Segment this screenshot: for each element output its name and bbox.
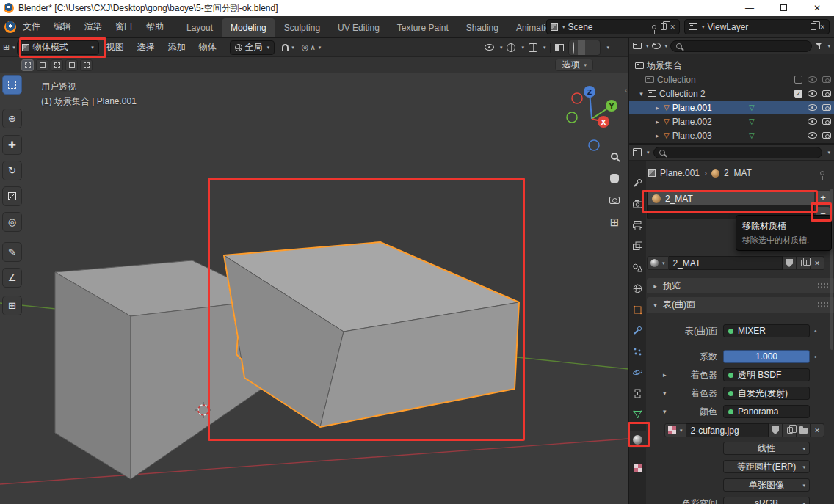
row-collection-2[interactable]: ▾ Collection 2 ✓: [629, 87, 834, 101]
tool-add-primitive[interactable]: ⊞: [2, 296, 22, 315]
new-scene-icon[interactable]: [661, 23, 667, 30]
disable-render-icon[interactable]: [822, 118, 831, 125]
tab-texture-paint[interactable]: Texture Paint: [388, 18, 457, 38]
unlink-material-button[interactable]: ✕: [811, 256, 824, 270]
overlays-dropdown-icon[interactable]: [529, 43, 537, 52]
viewlayer-selector[interactable]: ▾ ViewLayer ✕: [684, 19, 830, 34]
colorspace-dropdown[interactable]: sRGB▾: [723, 497, 810, 504]
browse-material-button[interactable]: ▾: [647, 256, 669, 270]
shading-solid-button[interactable]: [578, 40, 585, 55]
select-mode-difference-button[interactable]: [65, 59, 78, 71]
tool-annotate[interactable]: ✎: [2, 242, 22, 262]
select-mode-subtract-button[interactable]: [51, 59, 63, 71]
disable-render-icon[interactable]: [822, 90, 831, 97]
decorator-dot[interactable]: •: [814, 327, 817, 335]
hide-eye-icon[interactable]: [808, 90, 817, 97]
editor-type-chevron[interactable]: ▾: [12, 45, 15, 50]
snap-magnet-icon[interactable]: [282, 44, 289, 51]
shader-1-button[interactable]: 透明 BSDF: [723, 368, 810, 381]
select-mode-set-button[interactable]: [21, 59, 34, 71]
snap-chevron[interactable]: ▾: [291, 45, 294, 50]
interpolation-dropdown[interactable]: 线性▾: [723, 442, 810, 455]
surface-shader-button[interactable]: MIXER: [723, 324, 810, 337]
breadcrumb-material[interactable]: 2_MAT: [724, 168, 752, 178]
open-image-button[interactable]: [797, 423, 811, 437]
fac-slider[interactable]: 1.000: [723, 350, 810, 363]
decorator-dot[interactable]: •: [814, 353, 817, 361]
ortho-grid-icon[interactable]: ⊞: [606, 214, 623, 230]
properties-search-input[interactable]: [653, 147, 823, 158]
xray-toggle-icon[interactable]: [555, 44, 564, 51]
menu-file[interactable]: 文件: [16, 21, 47, 33]
tool-cursor[interactable]: ⊕: [2, 109, 22, 128]
proportional-edit-icon[interactable]: ◎: [302, 43, 309, 52]
shader-2-button[interactable]: 自发光(发射): [723, 387, 810, 400]
zoom-icon[interactable]: [606, 148, 623, 164]
viewlayer-name[interactable]: ViewLayer: [708, 22, 807, 32]
unlink-image-button[interactable]: ✕: [811, 423, 824, 437]
tab-scene-icon[interactable]: [629, 258, 646, 276]
tool-rotate[interactable]: ↻: [2, 161, 22, 180]
disable-render-icon[interactable]: [822, 132, 831, 139]
row-plane-003[interactable]: ▸ ▽ Plane.003 ▽: [629, 128, 834, 142]
tab-object-icon[interactable]: [629, 301, 646, 318]
tab-sculpting[interactable]: Sculpting: [275, 18, 329, 38]
tool-select-box[interactable]: [2, 75, 22, 95]
color-source-button[interactable]: Panorama: [723, 405, 810, 418]
tab-tool-icon[interactable]: [629, 174, 646, 191]
menu-edit[interactable]: 编辑: [47, 21, 78, 33]
menu-window[interactable]: 窗口: [109, 21, 139, 33]
properties-editor-icon[interactable]: [633, 148, 642, 156]
hide-eye-icon[interactable]: [808, 132, 817, 139]
select-mode-intersect-button[interactable]: [80, 59, 93, 71]
tool-scale[interactable]: [2, 186, 22, 206]
panel-grip-icon[interactable]: [817, 282, 830, 289]
blender-menu-icon[interactable]: [4, 21, 16, 33]
shading-material-button[interactable]: [585, 40, 592, 55]
scene-selector[interactable]: ▾ Scene ✕: [546, 19, 680, 34]
scene-browse-chevron[interactable]: ▾: [562, 24, 565, 29]
camera-view-icon[interactable]: [606, 192, 623, 208]
menu-render[interactable]: 渲染: [78, 21, 109, 33]
pin-icon[interactable]: [652, 25, 656, 29]
menu-object[interactable]: 物体: [193, 41, 222, 54]
hide-eye-icon[interactable]: [808, 104, 817, 111]
filter-icon[interactable]: [815, 43, 823, 50]
outliner-editor-icon[interactable]: [633, 43, 642, 49]
maximize-button[interactable]: [766, 0, 800, 16]
collection-2-checkbox[interactable]: ✓: [794, 90, 802, 98]
row-plane-002[interactable]: ▸ ▽ Plane.002 ▽: [629, 114, 834, 128]
collection-1-checkbox[interactable]: [794, 76, 802, 84]
region-collapse-arrow[interactable]: ‹: [625, 87, 627, 94]
panel-preview[interactable]: ▸ 预览: [647, 278, 834, 293]
new-image-button[interactable]: [783, 423, 797, 437]
close-button[interactable]: ✕: [800, 0, 834, 16]
material-name-field[interactable]: 2_MAT: [669, 256, 783, 270]
gizmos-dropdown-icon[interactable]: [507, 43, 515, 52]
projection-dropdown[interactable]: 等距圆柱(ERP)▾: [723, 460, 810, 473]
unlink-scene-icon[interactable]: ✕: [670, 23, 675, 31]
shading-rendered-button[interactable]: [592, 40, 600, 55]
options-dropdown[interactable]: 选项 ▾: [555, 59, 593, 71]
browse-image-button[interactable]: ▾: [664, 423, 686, 437]
tab-world-icon[interactable]: [629, 280, 646, 297]
falloff-chevron[interactable]: ▾: [319, 45, 322, 50]
transform-orientation-dropdown[interactable]: 全局 ▾: [230, 40, 275, 55]
menu-help[interactable]: 帮助: [139, 21, 170, 33]
editor-type-icon[interactable]: ⊞: [3, 43, 10, 52]
tab-shading[interactable]: Shading: [457, 18, 507, 38]
fake-user-shield-button[interactable]: [783, 256, 797, 270]
viewlayer-browse-chevron[interactable]: ▾: [702, 24, 705, 29]
pan-hand-icon[interactable]: [606, 170, 623, 186]
outliner-search-input[interactable]: [670, 40, 812, 52]
image-name-field[interactable]: 2-cufang.jpg: [686, 423, 769, 437]
disable-render-icon[interactable]: [822, 76, 831, 83]
select-mode-extend-button[interactable]: [36, 59, 48, 71]
tab-output-icon[interactable]: [629, 216, 646, 234]
tab-layout[interactable]: Layout: [178, 18, 222, 38]
scene-name[interactable]: Scene: [568, 22, 650, 32]
properties-options-chevron[interactable]: ▾: [827, 150, 830, 155]
row-plane-001[interactable]: ▸ ▽ Plane.001 ▽: [629, 101, 834, 114]
display-mode-icon[interactable]: [652, 43, 661, 49]
visibility-dropdown-icon[interactable]: [485, 44, 494, 51]
